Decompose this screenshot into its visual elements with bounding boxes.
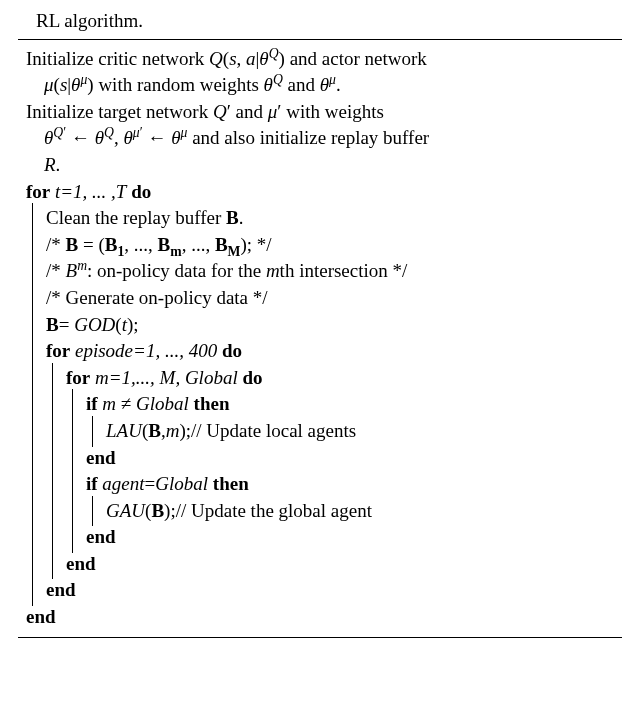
end-if-local: end <box>26 445 622 472</box>
bottom-rule <box>18 637 622 638</box>
comment-bm: /* Bm: on-policy data for the mth inters… <box>26 258 622 285</box>
comment-generate: /* Generate on-policy data */ <box>26 285 622 312</box>
gau-call: GAU(B);// Update the global agent <box>26 498 622 525</box>
for-t-head: for t=1, ... ,T do <box>26 179 622 206</box>
for-episode-head: for episode=1, ..., 400 do <box>26 338 622 365</box>
top-rule <box>18 39 622 40</box>
lau-call: LAU(B,m);// Update local agents <box>26 418 622 445</box>
end-for-m: end <box>26 551 622 578</box>
clean-buffer: Clean the replay buffer B. <box>26 205 622 232</box>
god-assign: B= GOD(t); <box>26 312 622 339</box>
algorithm-caption-tail: RL algorithm. <box>36 8 622 35</box>
comment-b-structure: /* B = (B1, ..., Bm, ..., BM); */ <box>26 232 622 259</box>
for-m-head: for m=1,..., M, Global do <box>26 365 622 392</box>
init-target-networks: Initialize target network Q′ and μ′ with… <box>26 99 622 179</box>
if-global-head: if agent=Global then <box>26 471 622 498</box>
end-if-global: end <box>26 524 622 551</box>
algorithm-body: Initialize critic network Q(s, a|θQ) and… <box>26 46 622 631</box>
if-local-head: if m ≠ Global then <box>26 391 622 418</box>
init-critic-actor: Initialize critic network Q(s, a|θQ) and… <box>26 46 622 99</box>
end-for-episode: end <box>26 577 622 604</box>
algorithm-box: RL algorithm. Initialize critic network … <box>0 0 640 678</box>
end-for-t: end <box>26 604 622 631</box>
